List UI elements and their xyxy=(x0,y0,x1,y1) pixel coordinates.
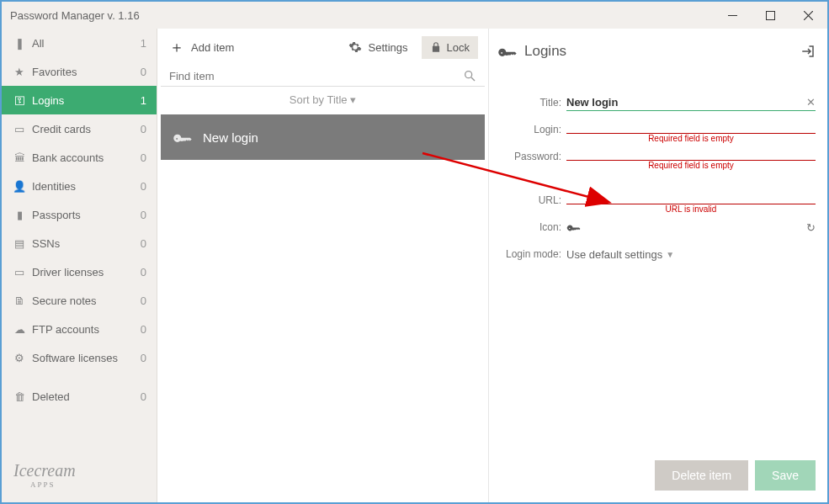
sort-dropdown[interactable]: Sort by Title ▾ xyxy=(157,87,488,114)
login-mode-dropdown[interactable]: Use default settings ▼ xyxy=(566,248,816,261)
title-label: Title: xyxy=(497,97,566,109)
sidebar-item-passports[interactable]: ▮Passports0 xyxy=(2,200,157,229)
svg-rect-1 xyxy=(767,11,775,19)
trash-icon: 🗑 xyxy=(12,390,27,403)
lock-icon xyxy=(430,41,442,53)
key-icon: ⚿ xyxy=(12,94,27,107)
sidebar-item-secure-notes[interactable]: 🗎Secure notes0 xyxy=(2,286,157,315)
window-buttons xyxy=(714,2,827,29)
bank-icon: 🏛 xyxy=(12,151,27,164)
chevron-down-icon: ▼ xyxy=(666,250,674,259)
svg-point-2 xyxy=(465,72,472,78)
save-button[interactable]: Save xyxy=(755,460,816,491)
sidebar-item-driver-licenses[interactable]: ▭Driver licenses0 xyxy=(2,257,157,286)
sidebar-item-ssns[interactable]: ▤SSNs0 xyxy=(2,229,157,257)
delete-item-button[interactable]: Delete item xyxy=(655,460,748,491)
search-input[interactable] xyxy=(169,70,463,82)
sidebar: ❚All1 ★Favorites0 ⚿Logins1 ▭Credit cards… xyxy=(2,29,157,502)
minimize-button[interactable] xyxy=(714,2,752,29)
detail-column: Logins Title: ✕ Login: Req xyxy=(489,29,827,502)
titlebar: Password Manager v. 1.16 xyxy=(2,2,827,29)
svg-line-3 xyxy=(471,77,475,81)
icon-label: Icon: xyxy=(497,221,566,233)
password-error: Required field is empty xyxy=(566,161,816,170)
sidebar-item-identities[interactable]: 👤Identities0 xyxy=(2,172,157,200)
password-field[interactable] xyxy=(566,144,816,161)
login-mode-label: Login mode: xyxy=(497,248,566,260)
plus-icon: ＋ xyxy=(169,37,184,57)
list-item[interactable]: New login xyxy=(161,114,485,160)
close-button[interactable] xyxy=(789,2,827,29)
window-title: Password Manager v. 1.16 xyxy=(10,9,140,22)
sidebar-item-all[interactable]: ❚All1 xyxy=(2,29,157,57)
chevron-down-icon: ▾ xyxy=(350,93,356,106)
maximize-button[interactable] xyxy=(752,2,789,29)
license-icon: ▭ xyxy=(12,266,27,279)
password-label: Password: xyxy=(497,151,566,162)
note-icon: 🗎 xyxy=(12,294,27,307)
sidebar-item-bank-accounts[interactable]: 🏛Bank accounts0 xyxy=(2,143,157,172)
ssn-icon: ▤ xyxy=(12,237,27,250)
gear-icon xyxy=(348,40,362,54)
items-column: ＋ Add item Settings Lock xyxy=(157,29,489,502)
key-icon xyxy=(497,42,516,61)
import-icon[interactable] xyxy=(800,44,816,59)
detail-header: Logins xyxy=(524,43,792,60)
sidebar-item-credit-cards[interactable]: ▭Credit cards0 xyxy=(2,114,157,143)
url-field[interactable] xyxy=(566,188,816,204)
brand-logo: Icecream APPS xyxy=(2,453,157,502)
title-field[interactable] xyxy=(566,94,816,111)
ftp-icon: ☁ xyxy=(12,323,27,336)
refresh-icon[interactable]: ↻ xyxy=(806,221,816,234)
star-icon: ★ xyxy=(12,66,27,78)
login-error: Required field is empty xyxy=(566,134,816,143)
add-item-button[interactable]: ＋ Add item xyxy=(161,32,242,62)
sidebar-item-favorites[interactable]: ★Favorites0 xyxy=(2,57,157,86)
person-icon: 👤 xyxy=(12,180,27,193)
clear-icon[interactable]: ✕ xyxy=(806,96,816,109)
sidebar-item-logins[interactable]: ⚿Logins1 xyxy=(2,86,157,114)
lock-button[interactable]: Lock xyxy=(422,36,478,59)
settings-button[interactable]: Settings xyxy=(340,35,417,59)
tag-icon: ❚ xyxy=(12,37,27,50)
url-error: URL is invalid xyxy=(566,204,816,214)
software-icon: ⚙ xyxy=(12,352,27,364)
search-icon[interactable] xyxy=(463,69,476,82)
card-icon: ▭ xyxy=(12,123,27,135)
sidebar-item-software-licenses[interactable]: ⚙Software licenses0 xyxy=(2,343,157,372)
login-label: Login: xyxy=(497,124,566,135)
sidebar-item-ftp-accounts[interactable]: ☁FTP accounts0 xyxy=(2,315,157,343)
login-field[interactable] xyxy=(566,117,816,134)
url-label: URL: xyxy=(497,194,566,206)
list-item-title: New login xyxy=(203,130,258,145)
search-row xyxy=(161,66,485,87)
sidebar-item-deleted[interactable]: 🗑Deleted0 xyxy=(2,382,157,411)
svg-rect-0 xyxy=(728,15,737,16)
key-icon xyxy=(173,128,191,146)
icon-preview[interactable] xyxy=(566,220,580,234)
passport-icon: ▮ xyxy=(12,209,27,221)
